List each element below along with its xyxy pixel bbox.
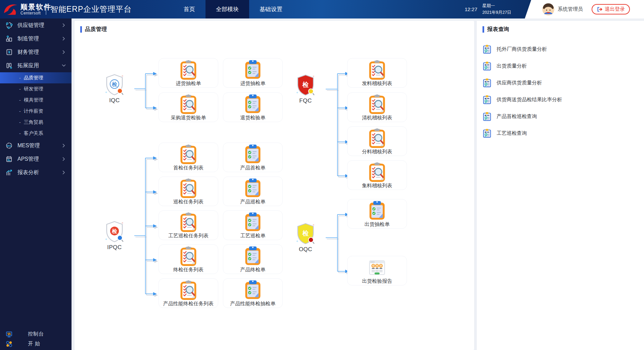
doc-node-oqc_1[interactable]: 出货抽检单 xyxy=(347,199,407,229)
brand-name: 顺景软件 xyxy=(20,3,51,11)
brand: 顺景软件 Centersoft xyxy=(3,0,51,18)
sidebar: 供应链管理制造管理¥财务管理拓展应用-品质管理-研发管理-模具管理-计件薪资-三… xyxy=(0,18,72,350)
audit-clipboard-icon xyxy=(178,144,198,164)
doc-node-ipqc_a2[interactable]: 巡检任务列表 xyxy=(158,177,218,206)
doc-node-iqc_b2[interactable]: 退货检验单 xyxy=(223,92,283,122)
sidebar-subitem-triangle-trade[interactable]: -三角贸易 xyxy=(0,117,72,128)
qc-node-OQC: 检 ×+ OQC xyxy=(285,223,326,253)
username: 系统管理员 xyxy=(558,6,583,12)
qc-shield-icon: 检 ×+ xyxy=(295,74,316,96)
doc-node-label: 采购退货检验单 xyxy=(171,115,206,121)
audit-clipboard-icon xyxy=(367,162,387,182)
audit-clipboard-icon xyxy=(178,246,198,266)
sidebar-item-expansion[interactable]: 拓展应用 xyxy=(0,59,72,72)
nav-tab-basic-settings[interactable]: 基础设置 xyxy=(249,0,293,18)
sidebar-item-supply-chain[interactable]: 供应链管理 xyxy=(0,18,72,32)
content: 品质管理 报表查询 托外厂商供货质量分析 出货质量分析 供应商供货质量分析 供货… xyxy=(72,18,644,350)
doc-node-ipqc_a1[interactable]: 首检任务列表 xyxy=(158,143,218,172)
qc-shield-icon: 检 ×+ xyxy=(104,221,125,243)
sidebar-subitem-customer[interactable]: -客户关系 xyxy=(0,128,72,139)
qc-shield-icon: 检 ×+ xyxy=(295,223,316,245)
svg-text:MES: MES xyxy=(7,145,11,147)
sidebar-subitem-quality[interactable]: -品质管理 xyxy=(0,72,72,83)
sidebar-item-finance[interactable]: ¥财务管理 xyxy=(0,45,72,59)
doc-node-ipqc_a3[interactable]: 工艺巡检任务列表 xyxy=(158,210,218,240)
doc-node-ipqc_b4[interactable]: 产品终检单 xyxy=(223,244,283,274)
qc-node-FQC: 检 ×+ FQC xyxy=(285,74,326,104)
svg-text:¥: ¥ xyxy=(8,50,10,54)
brand-separator xyxy=(46,4,46,15)
doc-node-ipqc_b2[interactable]: 产品巡检单 xyxy=(223,177,283,206)
date: 2021年9月27日 xyxy=(482,9,511,16)
clock: 12:27 xyxy=(465,6,477,12)
sidebar-footer-console[interactable]: 控制台 xyxy=(0,329,72,339)
form-clipboard-icon xyxy=(243,280,263,300)
qc-node-label: IPQC xyxy=(107,244,122,251)
report-item-4[interactable]: 供货商送货品检结果比率分析 xyxy=(477,91,644,108)
weekday: 星期一 xyxy=(482,3,511,9)
audit-clipboard-icon xyxy=(178,60,198,80)
form-clipboard-icon xyxy=(367,201,387,221)
svg-text:检: 检 xyxy=(111,81,117,87)
report-query-icon xyxy=(482,45,492,54)
doc-node-iqc_a1[interactable]: 进货抽检单 xyxy=(158,58,218,88)
doc-node-iqc_a2[interactable]: 采购退货检验单 xyxy=(158,92,218,122)
report-analysis-icon xyxy=(5,169,13,176)
doc-node-fqc_3[interactable]: 分料稽核列表 xyxy=(347,126,407,156)
svg-text:×: × xyxy=(122,74,123,78)
sidebar-subitem-mold[interactable]: -模具管理 xyxy=(0,94,72,106)
logout-button[interactable]: 退出登录 xyxy=(592,4,630,14)
doc-node-label: 发料稽核列表 xyxy=(362,80,392,87)
report-item-3[interactable]: 供应商供货质量分析 xyxy=(477,74,644,91)
manufacturing-icon xyxy=(5,35,13,42)
chevron-right-icon xyxy=(61,170,66,175)
doc-node-label: 进货抽检单 xyxy=(176,80,201,87)
doc-node-label: 分料稽核列表 xyxy=(362,149,392,155)
brand-logo-icon xyxy=(3,2,18,16)
report-query-icon xyxy=(482,78,492,87)
svg-text:×: × xyxy=(122,221,123,225)
doc-node-ipqc_a5[interactable]: 产品性能终检任务列表 xyxy=(158,278,218,308)
chevron-right-icon xyxy=(61,36,66,41)
svg-text:检: 检 xyxy=(302,230,309,237)
doc-node-fqc_4[interactable]: 集料稽核列表 xyxy=(347,160,407,190)
avatar[interactable] xyxy=(542,3,554,15)
erp-app: 顺景软件 Centersoft 智能ERP企业管理平台 首页全部模块基础设置 1… xyxy=(0,0,644,350)
sidebar-item-manufacturing[interactable]: 制造管理 xyxy=(0,32,72,45)
report-item-2[interactable]: 出货质量分析 xyxy=(477,57,644,74)
sidebar-footer-start[interactable]: 开 始 xyxy=(0,339,72,349)
audit-clipboard-icon xyxy=(178,94,198,114)
report-window-icon xyxy=(367,258,387,278)
doc-node-fqc_2[interactable]: 清机稽核列表 xyxy=(347,92,407,122)
doc-node-oqc_2[interactable]: 出货检验报告 xyxy=(347,256,407,285)
doc-node-ipqc_b1[interactable]: 产品首检单 xyxy=(223,143,283,172)
doc-node-fqc_1[interactable]: 发料稽核列表 xyxy=(347,58,407,88)
report-item-5[interactable]: 产品首检巡检查询 xyxy=(477,108,644,125)
sidebar-subitem-rnd[interactable]: -研发管理 xyxy=(0,83,72,94)
report-query-icon xyxy=(482,62,492,71)
doc-node-label: 集料稽核列表 xyxy=(362,183,392,189)
report-query-icon xyxy=(482,112,492,121)
report-item-6[interactable]: 工艺巡检查询 xyxy=(477,125,644,142)
report-item-1[interactable]: 托外厂商供货质量分析 xyxy=(477,41,644,57)
svg-text:+: + xyxy=(105,90,107,94)
audit-clipboard-icon xyxy=(367,128,387,148)
brand-subname: Centersoft xyxy=(20,11,51,15)
doc-node-ipqc_b3[interactable]: 工艺巡检单 xyxy=(223,210,283,240)
doc-node-ipqc_b5[interactable]: 产品性能终检抽检单 xyxy=(223,278,283,308)
nav-tab-all-modules[interactable]: 全部模块 xyxy=(205,0,249,18)
nav-tab-home[interactable]: 首页 xyxy=(173,0,205,18)
sidebar-subitem-piecework[interactable]: -计件薪资 xyxy=(0,106,72,117)
doc-node-ipqc_a4[interactable]: 终检任务列表 xyxy=(158,244,218,274)
svg-text:×: × xyxy=(313,223,314,227)
doc-node-iqc_b1[interactable]: 进货抽检单 xyxy=(223,58,283,88)
finance-icon: ¥ xyxy=(5,48,13,56)
sidebar-item-aps[interactable]: APS管理 xyxy=(0,152,72,166)
sidebar-item-mes[interactable]: MESMES管理 xyxy=(0,139,72,152)
top-nav: 首页全部模块基础设置 xyxy=(173,0,293,18)
chevron-right-icon xyxy=(61,23,66,28)
qc-node-label: OQC xyxy=(299,246,312,253)
sidebar-item-report-analysis[interactable]: 报表分析 xyxy=(0,166,72,179)
form-clipboard-icon xyxy=(243,178,263,198)
topbar-user-area: 系统管理员 退出登录 xyxy=(525,0,644,18)
